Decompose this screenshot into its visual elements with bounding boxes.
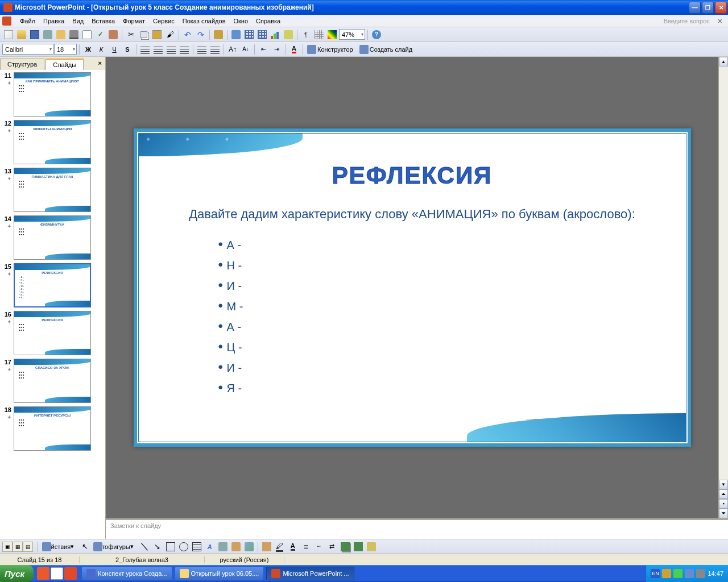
slide-list[interactable]: А -Н -И -М -А -Ц -И -Я -	[218, 234, 686, 398]
tab-slides[interactable]: Слайды	[46, 59, 84, 70]
tab-outline[interactable]: Структура	[0, 59, 44, 70]
tables-borders-button[interactable]	[256, 28, 268, 41]
undo-button[interactable]: ↶	[181, 28, 194, 41]
thumbnail-list[interactable]: 11✦ КАК ПРИМЕНИТЬ АНИМАЦИЮ? ■ ■ ■■ ■ ■■ …	[0, 70, 105, 539]
slide-list-item[interactable]: А -	[218, 234, 686, 255]
thumbnail[interactable]: ФИЗМИНУТКА ■ ■ ■■ ■ ■■ ■ ■	[14, 215, 91, 260]
3d-style-button[interactable]	[352, 541, 365, 553]
line-style-button[interactable]: ≡	[300, 541, 312, 553]
next-slide-button[interactable]: ⏷	[719, 509, 728, 518]
question-box[interactable]: Введите вопрос	[664, 18, 714, 24]
fill-color-button[interactable]	[260, 541, 273, 553]
thumbnail-row[interactable]: 13✦ ГИМНАСТИКА ДЛЯ ГЛАЗ ■ ■ ■■ ■ ■■ ■ ■	[2, 168, 103, 212]
hyperlink-button[interactable]	[230, 28, 242, 41]
menu-slideshow[interactable]: Показ слайдов	[179, 16, 230, 26]
notes-pane[interactable]: Заметки к слайду	[106, 518, 728, 539]
slide-subtitle[interactable]: Давайте дадим характеристику слову «АНИМ…	[139, 206, 686, 223]
sorter-view-button[interactable]: ▦	[13, 542, 23, 552]
print-button[interactable]	[68, 28, 80, 41]
thumbnail[interactable]: ГИМНАСТИКА ДЛЯ ГЛАЗ ■ ■ ■■ ■ ■■ ■ ■	[14, 168, 91, 212]
bullets-button[interactable]	[209, 43, 221, 56]
slide-nav-button[interactable]: ▪	[719, 499, 728, 509]
font-color-draw-button[interactable]: A	[287, 541, 299, 553]
cut-button[interactable]: ✂	[125, 28, 137, 41]
equation-button[interactable]	[282, 28, 295, 41]
close-button[interactable]: ✕	[715, 2, 727, 14]
autoshapes-menu[interactable]: Автофигуры ▾	[92, 541, 138, 553]
taskbar-item[interactable]: Конспект урока Созда...	[81, 567, 172, 580]
tray-icon-3[interactable]	[685, 569, 694, 578]
numbering-button[interactable]	[196, 43, 208, 56]
scroll-track[interactable]	[719, 66, 728, 480]
thumbnail[interactable]: СПАСИБО ЗА УРОК! ■ ■ ■■ ■ ■■ ■ ■	[14, 359, 91, 403]
clipart-button[interactable]	[230, 541, 242, 553]
chart-button[interactable]	[269, 28, 282, 41]
menu-insert[interactable]: Вставка	[88, 16, 119, 26]
thumbnail-row[interactable]: 18✦ ИНТЕРНЕТ РЕСУРСЫ ■ ■ ■■ ■ ■■ ■ ■	[2, 406, 103, 451]
paste-button[interactable]	[151, 28, 163, 41]
slide-list-item[interactable]: Н -	[218, 255, 686, 275]
doc-close-button[interactable]: ×	[714, 16, 726, 26]
copy-button[interactable]	[138, 28, 150, 41]
start-button[interactable]: Пуск	[0, 565, 34, 582]
menu-window[interactable]: Окно	[230, 16, 253, 26]
textbox-button[interactable]	[191, 541, 203, 553]
show-hide-button[interactable]: ¶	[300, 28, 312, 41]
thumbnail-row[interactable]: 11✦ КАК ПРИМЕНИТЬ АНИМАЦИЮ? ■ ■ ■■ ■ ■■ …	[2, 72, 103, 117]
redo-button[interactable]: ↷	[195, 28, 207, 41]
tray-volume-icon[interactable]	[696, 569, 705, 578]
panel-close-button[interactable]: ×	[95, 59, 105, 70]
font-select[interactable]: Calibri	[2, 44, 53, 55]
vertical-scrollbar[interactable]: ▲ ▼ ⏶ ▪ ⏷	[718, 57, 728, 518]
line-button[interactable]: ＼	[138, 541, 151, 553]
preview-button[interactable]	[81, 28, 93, 41]
slideshow-view-button[interactable]: ▤	[23, 542, 33, 552]
slide-list-item[interactable]: М -	[218, 296, 686, 316]
system-tray[interactable]: EN 14:47	[646, 565, 728, 582]
thumbnail-row[interactable]: 14✦ ФИЗМИНУТКА ■ ■ ■■ ■ ■■ ■ ■	[2, 215, 103, 260]
menu-view[interactable]: Вид	[68, 16, 88, 26]
slide-canvas[interactable]: РЕФЛЕКСИЯ Давайте дадим характеристику с…	[106, 57, 718, 518]
align-right-button[interactable]	[165, 43, 177, 56]
prev-slide-button[interactable]: ⏶	[719, 489, 728, 499]
ql-firefox-icon[interactable]	[37, 567, 49, 580]
maximize-button[interactable]: ❐	[702, 2, 714, 14]
ql-yandex-icon[interactable]	[64, 567, 77, 580]
save-button[interactable]	[28, 28, 41, 41]
decrease-font-button[interactable]: A↓	[239, 43, 252, 56]
arrow-style-button[interactable]: ⇄	[326, 541, 338, 553]
ink-button[interactable]	[212, 28, 225, 41]
line-color-button[interactable]: 🖊	[274, 541, 286, 553]
scroll-up-button[interactable]: ▲	[719, 57, 728, 66]
wordart-button[interactable]: A	[204, 541, 216, 553]
distributed-button[interactable]	[178, 43, 191, 56]
increase-font-button[interactable]: A↑	[226, 43, 239, 56]
status-language[interactable]: русский (Россия)	[205, 556, 284, 563]
slide[interactable]: РЕФЛЕКСИЯ Давайте дадим характеристику с…	[134, 128, 691, 447]
rectangle-button[interactable]	[164, 541, 177, 553]
slide-list-item[interactable]: А -	[218, 316, 686, 336]
actions-menu[interactable]: Действия ▾	[40, 541, 78, 553]
italic-button[interactable]: К	[95, 43, 107, 56]
thumbnail[interactable]: ИНТЕРНЕТ РЕСУРСЫ ■ ■ ■■ ■ ■■ ■ ■	[14, 406, 91, 451]
table-button[interactable]	[243, 28, 255, 41]
oval-button[interactable]	[177, 541, 190, 553]
thumbnail[interactable]: РЕФЛЕКСИЯ • А -• Н -• И -• М -• А -• Ц -…	[14, 263, 91, 307]
lang-indicator[interactable]: EN	[651, 569, 660, 578]
thumbnail[interactable]: ЭФФЕКТЫ АНИМАЦИИ ■ ■ ■■ ■ ■■ ■ ■	[14, 120, 91, 164]
open-button[interactable]	[15, 28, 28, 41]
design-button[interactable]: Конструктор	[305, 43, 357, 56]
underline-button[interactable]: Ч	[108, 43, 121, 56]
insert-object-button[interactable]	[365, 541, 378, 553]
thumbnail-row[interactable]: 12✦ ЭФФЕКТЫ АНИМАЦИИ ■ ■ ■■ ■ ■■ ■ ■	[2, 120, 103, 164]
scroll-down-button[interactable]: ▼	[719, 480, 728, 489]
format-painter-button[interactable]: 🖌	[164, 28, 176, 41]
ql-app-icon[interactable]	[51, 567, 63, 580]
menu-edit[interactable]: Правка	[39, 16, 68, 26]
new-slide-button[interactable]: Создать слайд	[358, 43, 416, 56]
tray-icon-1[interactable]	[662, 569, 671, 578]
arrow-button[interactable]: ↘	[151, 541, 164, 553]
help-button[interactable]: ?	[370, 28, 383, 41]
picture-button[interactable]	[243, 541, 255, 553]
menu-help[interactable]: Справка	[252, 16, 284, 26]
